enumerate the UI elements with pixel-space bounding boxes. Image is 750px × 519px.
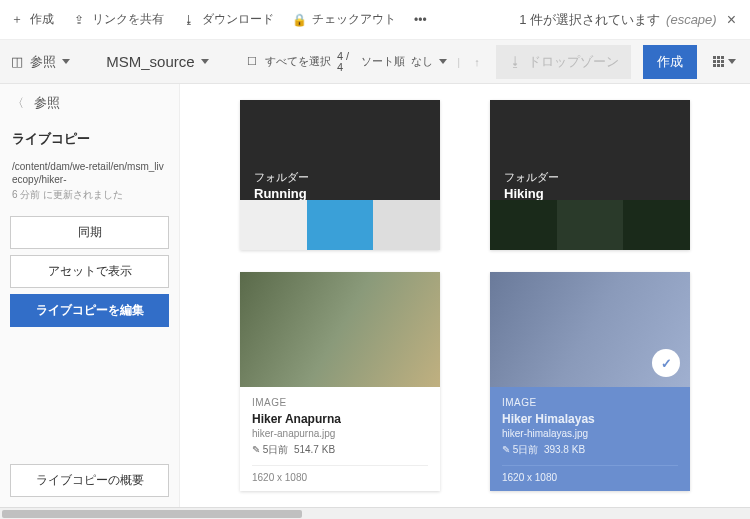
asset-type: IMAGE [502,397,678,408]
asset-thumbnail [240,272,440,387]
asset-title: Hiker Anapurna [252,412,428,426]
download-label: ダウンロード [202,11,274,28]
rail-toggle[interactable]: ◫ 参照 [10,53,70,71]
share-icon: ⇪ [72,13,86,27]
rail-header: 〈 参照 [0,84,179,122]
asset-modified: 5日前 [263,444,289,455]
folder-thumbnail: フォルダー Running [240,100,440,250]
asset-modified: 5日前 [513,444,539,455]
chevron-down-icon [439,59,447,64]
edit-livecopy-button[interactable]: ライブコピーを編集 [10,294,169,327]
share-link-action[interactable]: ⇪リンクを共有 [72,11,164,28]
card-grid: フォルダー Running フォルダー Hiking IMAGE Hiker A… [180,84,750,507]
download-icon: ⭳ [182,13,196,27]
sync-button[interactable]: 同期 [10,216,169,249]
show-asset-button[interactable]: アセットで表示 [10,255,169,288]
chevron-down-icon [728,59,736,64]
chevron-down-icon [201,59,209,64]
asset-dimensions: 1620 x 1080 [502,465,678,483]
select-all-icon: ☐ [245,55,259,69]
chevron-down-icon [62,59,70,64]
dropzone[interactable]: ⭳ ドロップゾーン [496,45,631,79]
action-bar: ＋作成 ⇪リンクを共有 ⭳ダウンロード 🔒チェックアウト ••• 1 件が選択さ… [0,0,750,40]
select-all-label: すべてを選択 [265,54,331,69]
asset-dimensions: 1620 x 1080 [252,465,428,483]
asset-filename: hiker-himalayas.jpg [502,428,678,439]
folder-name: Hiking [504,186,544,201]
escape-hint: (escape) [666,12,717,27]
folder-card[interactable]: フォルダー Running [240,100,440,250]
rail-footer: ライブコピーの概要 [0,454,179,507]
share-label: リンクを共有 [92,11,164,28]
asset-size: 514.7 KB [294,444,335,455]
checkout-label: チェックアウト [312,11,396,28]
folder-name: Running [254,186,307,201]
section-title: ライブコピー [0,122,179,156]
folder-label: フォルダー [254,170,309,185]
plus-icon: ＋ [10,13,24,27]
pencil-icon: ✎ [502,444,510,455]
rail-buttons: 同期 アセットで表示 ライブコピーを編集 [0,210,179,333]
dropzone-label: ドロップゾーン [528,53,619,71]
rail-icon: ◫ [10,55,24,69]
content-body: 〈 参照 ライブコピー /content/dam/we-retail/en/ms… [0,84,750,507]
divider: | [457,56,460,68]
sort-control[interactable]: ソート順 なし | ↑ [361,54,484,69]
sort-label: ソート順 [361,54,405,69]
asset-meta: IMAGE Hiker Anapurna hiker-anapurna.jpg … [240,387,440,491]
updated-time: 6 分前 に更新されました [0,186,179,210]
scrollbar-thumb[interactable] [2,510,302,518]
asset-path: /content/dam/we-retail/en/msm_livecopy/h… [0,156,179,186]
folder-thumbnail: フォルダー Hiking [490,100,690,250]
checkout-action[interactable]: 🔒チェックアウト [292,11,396,28]
grid-icon [713,56,724,67]
asset-type: IMAGE [252,397,428,408]
action-bar-left: ＋作成 ⇪リンクを共有 ⭳ダウンロード 🔒チェックアウト ••• [10,11,427,28]
rail-heading: 参照 [34,94,60,112]
pencil-icon: ✎ [252,444,260,455]
download-icon: ⭳ [508,55,522,69]
check-icon: ✓ [652,349,680,377]
asset-meta: IMAGE Hiker Himalayas hiker-himalayas.jp… [490,387,690,491]
create-label: 作成 [30,11,54,28]
select-all[interactable]: ☐ すべてを選択 4 /4 [245,51,349,73]
asset-size: 393.8 KB [544,444,585,455]
selection-count: 1 件が選択されています [519,11,660,29]
horizontal-scrollbar[interactable] [0,507,750,519]
sort-value: なし [411,54,433,69]
more-icon: ••• [414,13,427,27]
lock-icon: 🔒 [292,13,306,27]
create-action[interactable]: ＋作成 [10,11,54,28]
create-button[interactable]: 作成 [643,45,697,79]
selection-status: 1 件が選択されています (escape) × [519,11,740,29]
breadcrumb[interactable]: MSM_source [82,53,233,70]
item-count: 4 /4 [337,51,349,73]
asset-filename: hiker-anapurna.jpg [252,428,428,439]
asset-card[interactable]: ✓ IMAGE Hiker Himalayas hiker-himalayas.… [490,272,690,491]
asset-card[interactable]: IMAGE Hiker Anapurna hiker-anapurna.jpg … [240,272,440,491]
folder-card[interactable]: フォルダー Hiking [490,100,690,250]
left-rail: 〈 参照 ライブコピー /content/dam/we-retail/en/ms… [0,84,180,507]
sort-asc-icon[interactable]: ↑ [470,55,484,69]
asset-title: Hiker Himalayas [502,412,678,426]
toolbar: ◫ 参照 MSM_source ☐ すべてを選択 4 /4 ソート順 なし | … [0,40,750,84]
livecopy-overview-button[interactable]: ライブコピーの概要 [10,464,169,497]
back-icon[interactable]: 〈 [12,95,24,112]
rail-label: 参照 [30,53,56,71]
more-action[interactable]: ••• [414,13,427,27]
breadcrumb-label: MSM_source [106,53,194,70]
view-switcher[interactable] [709,52,740,71]
download-action[interactable]: ⭳ダウンロード [182,11,274,28]
asset-thumbnail: ✓ [490,272,690,387]
close-icon[interactable]: × [723,11,740,29]
folder-label: フォルダー [504,170,559,185]
